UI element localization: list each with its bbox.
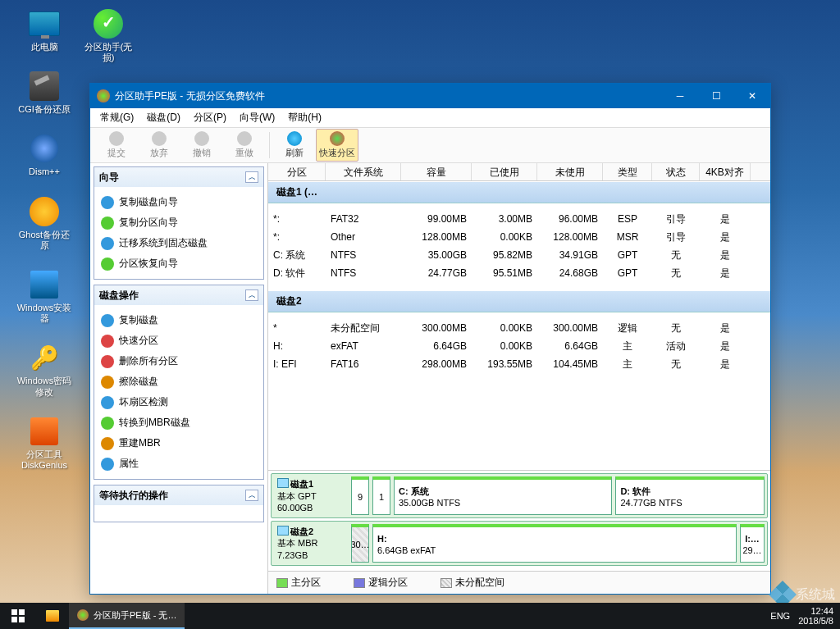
th-type[interactable]: 类型 xyxy=(603,163,652,180)
menu-partition[interactable]: 分区(P) xyxy=(187,108,233,127)
item-icon xyxy=(101,458,114,471)
partition-block[interactable]: I:…29… xyxy=(740,524,765,563)
taskbar-app-partition-assistant[interactable]: 分区助手PE版 - 无… xyxy=(69,603,185,629)
taskbar-file-explorer[interactable] xyxy=(36,603,69,629)
sidebar-item[interactable]: 复制分区向导 xyxy=(94,212,263,233)
desktop-icon-cgi-backup[interactable]: CGI备份还原 xyxy=(15,71,74,115)
disk-visual-area: 磁盘1基本 GPT60.00GB91C: 系统35.00GB NTFSD: 软件… xyxy=(268,470,770,571)
panel-disk-ops-header[interactable]: 磁盘操作︿ xyxy=(94,285,263,305)
partition-block[interactable]: 9 xyxy=(351,476,369,515)
partition-block[interactable]: H:6.64GB exFAT xyxy=(372,524,737,563)
partition-table-header: 分区 文件系统 容量 已使用 未使用 类型 状态 4KB对齐 xyxy=(268,163,770,181)
sidebar-item[interactable]: 擦除磁盘 xyxy=(94,371,263,392)
start-button[interactable] xyxy=(0,603,36,629)
system-tray[interactable]: ENG 12:44 2018/5/8 xyxy=(764,606,840,626)
desktop-icon-partition-assistant[interactable]: 分区助手(无损) xyxy=(79,8,138,63)
th-status[interactable]: 状态 xyxy=(652,163,700,180)
menu-disk[interactable]: 磁盘(D) xyxy=(140,108,187,127)
taskbar: 分区助手PE版 - 无… ENG 12:44 2018/5/8 xyxy=(0,603,840,629)
toolbar-refresh[interactable]: 刷新 xyxy=(273,129,316,162)
desktop-icon-win-password[interactable]: 🔑 Windows密码修改 xyxy=(15,342,74,397)
pc-icon xyxy=(29,11,60,36)
disk-info: 磁盘1基本 GPT60.00GB xyxy=(274,476,348,515)
toolbar-discard[interactable]: 放弃 xyxy=(138,129,180,162)
item-icon xyxy=(101,355,114,368)
sidebar-item[interactable]: 复制磁盘向导 xyxy=(94,192,263,212)
menu-general[interactable]: 常规(G) xyxy=(94,108,140,127)
gear-icon xyxy=(30,134,58,162)
tray-language[interactable]: ENG xyxy=(770,611,790,621)
menu-wizard[interactable]: 向导(W) xyxy=(233,108,281,127)
svg-rect-2 xyxy=(11,617,17,622)
maximize-button[interactable]: ☐ xyxy=(698,84,734,108)
th-free[interactable]: 未使用 xyxy=(537,163,603,180)
desktop-icon-this-pc[interactable]: 此电脑 xyxy=(15,8,74,52)
panel-pending-header[interactable]: 等待执行的操作︿ xyxy=(94,485,263,505)
watermark: 系统城 xyxy=(773,585,835,604)
desktop-icon-diskgenius[interactable]: 分区工具DiskGenius xyxy=(15,416,74,471)
quick-partition-icon xyxy=(330,131,345,146)
sidebar-item[interactable]: 属性 xyxy=(94,454,263,474)
partition-row[interactable]: H:exFAT6.64GB0.00KB6.64GB主活动是 xyxy=(268,337,770,355)
partition-row[interactable]: *:Other128.00MB0.00KB128.00MBMSR引导是 xyxy=(268,228,770,246)
partition-row[interactable]: C: 系统NTFS35.00GB95.82MB34.91GBGPT无是 xyxy=(268,246,770,264)
disk-visual-row[interactable]: 磁盘2基本 MBR7.23GB30…H:6.64GB exFATI:…29… xyxy=(271,521,768,566)
sidebar-item[interactable]: 分区恢复向导 xyxy=(94,253,263,274)
chevron-up-icon: ︿ xyxy=(245,490,258,501)
item-icon xyxy=(101,376,114,389)
desktop-icon-win-installer[interactable]: Windows安装器 xyxy=(15,269,74,324)
legend-unallocated: 未分配空间 xyxy=(441,576,504,590)
item-icon xyxy=(101,417,114,430)
windows-icon xyxy=(30,271,58,299)
toolbar-undo[interactable]: 撤销 xyxy=(180,129,223,162)
sidebar-item[interactable]: 删除所有分区 xyxy=(94,351,263,371)
disk-visual-row[interactable]: 磁盘1基本 GPT60.00GB91C: 系统35.00GB NTFSD: 软件… xyxy=(271,473,768,518)
tray-clock[interactable]: 12:44 2018/5/8 xyxy=(798,606,833,626)
panel-pending: 等待执行的操作︿ xyxy=(94,485,264,522)
chevron-up-icon: ︿ xyxy=(245,289,258,301)
desktop-icon-dism[interactable]: Dism++ xyxy=(15,133,74,177)
th-4k-align[interactable]: 4KB对齐 xyxy=(700,163,751,180)
partition-row[interactable]: *:FAT3299.00MB3.00MB96.00MBESP引导是 xyxy=(268,210,770,228)
partition-block[interactable]: D: 软件24.77GB NTFS xyxy=(615,476,765,515)
partition-block[interactable]: C: 系统35.00GB NTFS xyxy=(394,476,612,515)
toolbar-redo[interactable]: 重做 xyxy=(223,129,266,162)
disk-group-header[interactable]: 磁盘2 xyxy=(268,290,770,312)
sidebar-item[interactable]: 转换到MBR磁盘 xyxy=(94,412,263,433)
partition-row[interactable]: D: 软件NTFS24.77GB95.51MB24.68GBGPT无是 xyxy=(268,264,770,282)
legend-logical: 逻辑分区 xyxy=(354,576,408,590)
sidebar-item[interactable]: 快速分区 xyxy=(94,330,263,351)
desktop-icon-ghost[interactable]: Ghost备份还原 xyxy=(15,196,74,251)
sidebar-item[interactable]: 迁移系统到固态磁盘 xyxy=(94,233,263,253)
sidebar-item[interactable]: 重建MBR xyxy=(94,433,263,454)
hammer-icon xyxy=(30,71,59,101)
toolbar: 提交 放弃 撤销 重做 刷新 快速分区 xyxy=(90,128,770,163)
menubar: 常规(G) 磁盘(D) 分区(P) 向导(W) 帮助(H) xyxy=(90,108,770,128)
partition-row[interactable]: *未分配空间300.00MB0.00KB300.00MB逻辑无是 xyxy=(268,319,770,337)
item-icon xyxy=(101,196,114,209)
minimize-button[interactable]: ─ xyxy=(662,84,698,108)
item-icon xyxy=(101,396,114,409)
toolbar-quick-partition[interactable]: 快速分区 xyxy=(316,129,358,162)
sidebar-item[interactable]: 坏扇区检测 xyxy=(94,392,263,412)
menu-help[interactable]: 帮助(H) xyxy=(281,108,328,127)
titlebar[interactable]: 分区助手PE版 - 无损分区免费软件 ─ ☐ ✕ xyxy=(90,84,770,108)
toolbar-commit[interactable]: 提交 xyxy=(95,129,138,162)
panel-wizard-header[interactable]: 向导︿ xyxy=(94,167,263,187)
close-button[interactable]: ✕ xyxy=(734,84,770,108)
chevron-up-icon: ︿ xyxy=(245,171,258,183)
th-capacity[interactable]: 容量 xyxy=(401,163,472,180)
th-filesystem[interactable]: 文件系统 xyxy=(326,163,401,180)
desktop-icons: 此电脑 CGI备份还原 Dism++ Ghost备份还原 Windows安装器 … xyxy=(15,8,74,471)
panel-disk-ops: 磁盘操作︿ 复制磁盘快速分区删除所有分区擦除磁盘坏扇区检测转换到MBR磁盘重建M… xyxy=(94,285,264,480)
partition-block[interactable]: 30… xyxy=(351,524,369,563)
disk-group-header[interactable]: 磁盘1 (… xyxy=(268,181,770,203)
th-used[interactable]: 已使用 xyxy=(472,163,537,180)
commit-icon xyxy=(109,131,124,146)
content-area: 分区 文件系统 容量 已使用 未使用 类型 状态 4KB对齐 磁盘1 (…*:F… xyxy=(268,163,770,594)
sidebar-item[interactable]: 复制磁盘 xyxy=(94,310,263,330)
svg-rect-1 xyxy=(19,609,25,615)
partition-row[interactable]: I: EFIFAT16298.00MB193.55MB104.45MB主无是 xyxy=(268,355,770,373)
partition-block[interactable]: 1 xyxy=(372,476,390,515)
th-partition[interactable]: 分区 xyxy=(268,163,326,180)
